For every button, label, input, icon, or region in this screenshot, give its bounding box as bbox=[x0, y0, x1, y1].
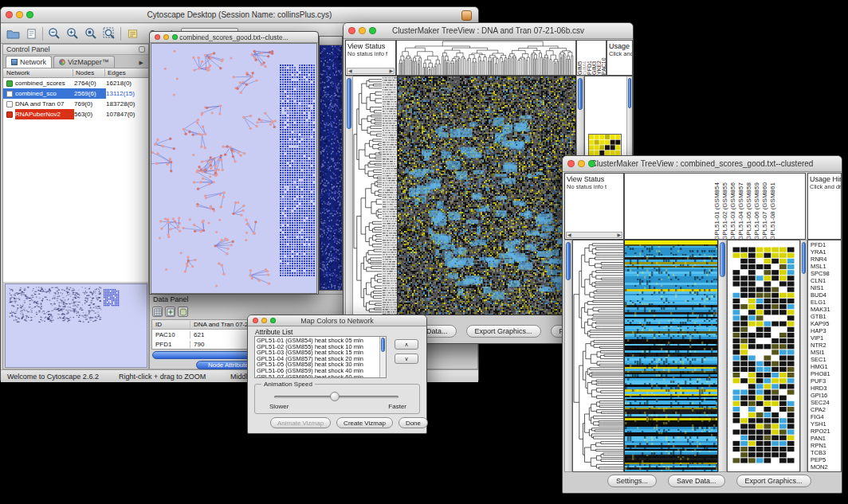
column-label[interactable]: GPL51-04 (GSM857 bbox=[737, 175, 745, 240]
background-network-canvas[interactable] bbox=[320, 45, 342, 290]
column-header-network[interactable]: Network bbox=[3, 69, 73, 76]
database-icon[interactable] bbox=[178, 307, 188, 317]
zoom-button[interactable] bbox=[369, 27, 376, 34]
attribute-create-icon[interactable] bbox=[165, 307, 175, 317]
gene-label[interactable]: FIG4 bbox=[811, 413, 841, 420]
gene-label[interactable]: KAP95 bbox=[811, 320, 841, 327]
speed-slider[interactable] bbox=[274, 396, 398, 398]
gene-label[interactable]: MSL1 bbox=[811, 263, 841, 270]
network-row[interactable]: combined_sco 2569(6) 13112(15) bbox=[3, 88, 148, 99]
zoom-scrollbar[interactable] bbox=[800, 240, 807, 472]
row-dendrogram-canvas[interactable] bbox=[573, 240, 623, 471]
annotation-icon[interactable] bbox=[125, 26, 139, 41]
close-button[interactable] bbox=[155, 34, 160, 40]
global-heatmap-canvas[interactable] bbox=[625, 240, 717, 471]
scroll-right-arrow-icon[interactable]: ▶ bbox=[617, 232, 621, 237]
treeview-combined-titlebar[interactable]: ClusterMaker TreeView : combined_scores_… bbox=[563, 156, 842, 172]
gene-label[interactable]: CPA2 bbox=[811, 406, 841, 413]
move-up-button[interactable]: ∧ bbox=[395, 339, 418, 350]
column-header-edges[interactable]: Edges bbox=[105, 69, 148, 76]
gene-label[interactable]: YRA1 bbox=[811, 248, 841, 256]
row-scrollbar[interactable] bbox=[345, 76, 353, 315]
list-scrollbar[interactable] bbox=[379, 337, 386, 377]
dialog-titlebar[interactable]: Map Colors to Network bbox=[248, 315, 426, 326]
panel-float-icon[interactable] bbox=[139, 46, 145, 53]
background-window-titlebar[interactable] bbox=[320, 37, 342, 45]
scrollbar-thumb[interactable] bbox=[802, 242, 806, 274]
gene-label[interactable]: BUD4 bbox=[811, 291, 841, 299]
global-scrollbar[interactable] bbox=[718, 240, 727, 472]
gene-label[interactable]: ELG1 bbox=[811, 299, 841, 306]
gene-label[interactable]: NIS1 bbox=[811, 284, 841, 291]
column-label[interactable]: PAC10 bbox=[601, 41, 606, 75]
network-overview-canvas[interactable] bbox=[6, 284, 147, 367]
gene-label[interactable]: HRD3 bbox=[811, 385, 841, 392]
close-button[interactable] bbox=[6, 11, 13, 18]
gene-label[interactable]: PUF3 bbox=[811, 377, 841, 385]
tab-overflow-icon[interactable]: ▶ bbox=[139, 60, 146, 68]
gene-label[interactable]: RPN1 bbox=[811, 442, 841, 449]
tab-vizmapper[interactable]: VizMapper™ bbox=[53, 56, 115, 68]
scrollbar-thumb[interactable] bbox=[566, 242, 571, 280]
column-label[interactable]: GPL51-01 (GSM854 bbox=[713, 175, 721, 240]
gene-label[interactable]: HAP3 bbox=[811, 327, 841, 334]
gene-label[interactable]: PHO81 bbox=[811, 370, 841, 377]
network-view-titlebar[interactable]: combined_scores_good.txt--cluste... bbox=[150, 32, 318, 43]
gene-label[interactable]: GPI16 bbox=[811, 392, 841, 399]
dialog-button[interactable]: Done bbox=[398, 417, 428, 428]
slider-thumb-icon[interactable] bbox=[330, 392, 340, 401]
close-button[interactable] bbox=[253, 318, 258, 323]
gene-label[interactable]: PEP5 bbox=[811, 456, 841, 463]
import-file-icon[interactable] bbox=[24, 26, 38, 41]
tab-network[interactable]: Network bbox=[6, 56, 52, 68]
gene-label[interactable]: SEC1 bbox=[811, 356, 841, 363]
network-row[interactable]: DNA and Tran 07 769(0) 183728(0) bbox=[3, 99, 148, 109]
row-scrollbar[interactable] bbox=[564, 240, 572, 472]
zoom-button[interactable] bbox=[588, 160, 595, 167]
treeview-button[interactable]: Export Graphics... bbox=[736, 475, 811, 487]
gene-label[interactable]: NTR2 bbox=[811, 342, 841, 349]
zoom-button[interactable] bbox=[26, 11, 33, 18]
column-label[interactable]: GPL51-06 (GSM859 bbox=[753, 175, 761, 240]
dialog-button[interactable]: Create Vizmap bbox=[336, 417, 393, 428]
gene-label[interactable]: HMG1 bbox=[811, 363, 841, 370]
column-dendrogram-canvas[interactable] bbox=[397, 41, 575, 75]
zoom-selected-icon[interactable] bbox=[84, 26, 98, 41]
gene-label[interactable]: GTB1 bbox=[811, 313, 841, 320]
scrollbar-thumb[interactable] bbox=[381, 338, 385, 352]
scrollbar-thumb[interactable] bbox=[578, 78, 583, 110]
attribute-select-icon[interactable] bbox=[152, 307, 163, 317]
minimize-button[interactable] bbox=[163, 34, 169, 40]
main-titlebar[interactable]: Cytoscape Desktop (Session Name: collins… bbox=[1, 7, 478, 23]
treeview-button[interactable]: Settings... bbox=[607, 475, 657, 487]
column-label[interactable]: GPL51-05 (GSM858 bbox=[745, 175, 753, 240]
minimize-button[interactable] bbox=[16, 11, 23, 18]
column-label[interactable]: GPL51-07 (GSM860 bbox=[761, 175, 769, 240]
gene-label[interactable]: RPO21 bbox=[811, 428, 841, 435]
column-label[interactable]: GPL51-08 (GSM861 bbox=[769, 175, 777, 240]
mini-hscrollbar[interactable]: ◀ ▶ bbox=[566, 232, 622, 238]
column-header-id[interactable]: ID bbox=[152, 321, 190, 328]
gene-label[interactable]: MSI1 bbox=[811, 349, 841, 356]
gene-label[interactable]: VIP1 bbox=[811, 334, 841, 342]
dialog-button[interactable]: Animate Vizmap bbox=[270, 417, 331, 428]
scrollbar-thumb[interactable] bbox=[720, 242, 725, 277]
gene-label[interactable]: CLN1 bbox=[811, 277, 841, 284]
treeview-button[interactable]: Save Data... bbox=[668, 475, 725, 487]
zoom-heatmap-canvas[interactable] bbox=[732, 247, 795, 463]
gene-label[interactable]: TCB3 bbox=[811, 449, 841, 456]
heatmap-canvas[interactable] bbox=[398, 76, 575, 315]
scrollbar-thumb[interactable] bbox=[628, 78, 631, 108]
network-row[interactable]: combined_scores 2764(0) 16218(0) bbox=[3, 78, 148, 88]
row-dendrogram-canvas[interactable] bbox=[353, 76, 382, 315]
network-row[interactable]: RNAPuberNov2 563(0) 107847(0) bbox=[3, 109, 148, 119]
gene-label[interactable]: RNR4 bbox=[811, 256, 841, 263]
treeview-dna-titlebar[interactable]: ClusterMaker TreeView : DNA and Tran 07-… bbox=[344, 23, 633, 39]
minimize-button[interactable] bbox=[578, 160, 585, 167]
close-button[interactable] bbox=[567, 160, 575, 167]
close-button[interactable] bbox=[348, 27, 355, 34]
scrollbar-thumb[interactable] bbox=[347, 78, 351, 129]
column-label[interactable]: GPL51-03 (GSM856 bbox=[729, 175, 737, 240]
treeview-button[interactable]: Export Graphics... bbox=[466, 325, 541, 338]
zoom-button[interactable] bbox=[172, 34, 178, 40]
